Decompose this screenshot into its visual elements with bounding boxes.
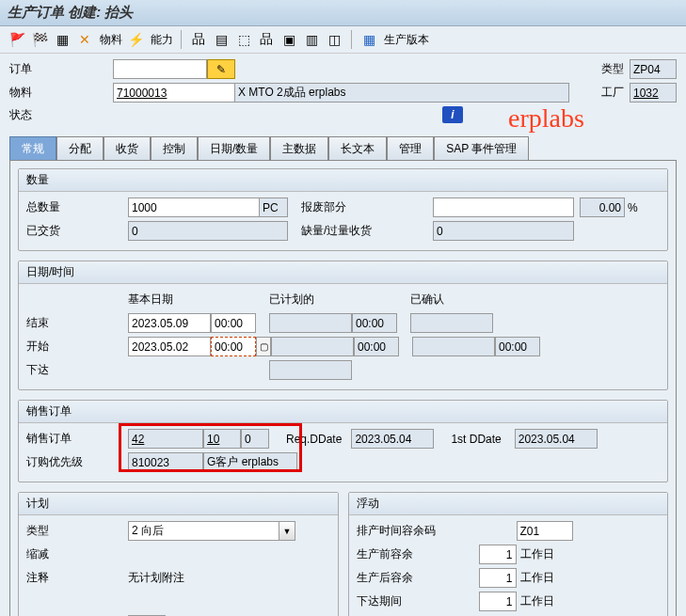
- col-plan: 已计划的: [269, 292, 410, 308]
- sales-group: 销售订单 销售订单 Req.DDate 1st DDate: [18, 400, 668, 482]
- wd2: 工作日: [520, 570, 554, 586]
- prodver-label[interactable]: 生产版本: [384, 32, 429, 48]
- plan-end-date: [269, 313, 352, 333]
- floatkey-field[interactable]: [517, 521, 573, 541]
- list-icon[interactable]: ▤: [212, 30, 231, 49]
- note-label: 注释: [26, 570, 128, 586]
- qty-group: 数量 总数量 报废部分 % 已交货 缺量/过量收货: [18, 168, 668, 251]
- so-sched-field[interactable]: [241, 429, 269, 449]
- start-time-field[interactable]: [211, 337, 256, 356]
- material-label2: 物料: [9, 85, 113, 101]
- info-icon[interactable]: i: [442, 106, 463, 123]
- plan-start-time: [354, 337, 399, 356]
- flag-icon[interactable]: 🚩: [8, 30, 26, 49]
- reqdate-label: Req.DDate: [286, 433, 342, 446]
- tab-control[interactable]: 控制: [151, 136, 198, 160]
- so-item-field[interactable]: [203, 429, 241, 449]
- tab-dates[interactable]: 日期/数量: [198, 136, 270, 160]
- scrap-label: 报废部分: [301, 199, 433, 215]
- flag2-icon[interactable]: 🏁: [30, 30, 49, 49]
- app-toolbar: 🚩 🏁 ▦ ✕ 物料 ⚡ 能力 品 ▤ ⬚ 品 ▣ ▥ ◫ ▦ 生产版本: [0, 26, 686, 54]
- firstdate-label: 1st DDate: [451, 433, 501, 446]
- release-label: 下达: [26, 362, 128, 378]
- type-field: [630, 59, 677, 79]
- tab-receipt[interactable]: 收货: [104, 136, 151, 160]
- col-basic: 基本日期: [128, 292, 269, 308]
- comp-icon[interactable]: ⬚: [234, 30, 253, 49]
- docs2-icon[interactable]: ▥: [302, 30, 321, 49]
- total-field[interactable]: [128, 197, 260, 217]
- before-label: 生产前容余: [357, 546, 479, 562]
- type-label: 类型: [601, 61, 624, 77]
- order-field[interactable]: [113, 59, 207, 79]
- status-label: 状态: [9, 107, 113, 123]
- end-time-field[interactable]: [211, 313, 256, 333]
- plant-label: 工厂: [601, 85, 624, 101]
- chevron-down-icon[interactable]: ▼: [279, 521, 295, 541]
- material-label[interactable]: 物料: [100, 32, 122, 48]
- tab-assign[interactable]: 分配: [56, 136, 104, 160]
- watermark: erplabs: [508, 103, 584, 134]
- hier-icon[interactable]: 品: [189, 30, 208, 49]
- note-val: 无计划附注: [128, 570, 184, 586]
- tab-general[interactable]: 常规: [9, 136, 56, 160]
- start-label: 开始: [26, 339, 128, 355]
- f4-icon[interactable]: ▢: [256, 337, 271, 356]
- total-label: 总数量: [26, 199, 128, 215]
- order-edit-button[interactable]: ✎: [207, 59, 235, 79]
- sales-title: 销售订单: [19, 401, 667, 423]
- grid2-icon[interactable]: ▦: [359, 30, 378, 49]
- rel-field[interactable]: [479, 592, 517, 611]
- plan-group: 计划 类型 ▼ 缩减 注释 无计划附注: [18, 492, 339, 616]
- so-label: 销售订单: [26, 431, 128, 447]
- tab-admin[interactable]: 管理: [387, 136, 434, 160]
- toolbar-sep: [181, 30, 182, 49]
- plan-start-date: [271, 337, 354, 356]
- conf-start-date: [412, 337, 495, 356]
- hier2-icon[interactable]: 品: [257, 30, 276, 49]
- after-field[interactable]: [479, 568, 517, 588]
- delivered-label: 已交货: [26, 223, 128, 239]
- tab-master[interactable]: 主数据: [270, 136, 328, 160]
- qty-title: 数量: [19, 169, 667, 192]
- docs-icon[interactable]: ▣: [279, 30, 298, 49]
- end-date-field[interactable]: [128, 313, 211, 333]
- floatkey-label: 排产时间容余码: [357, 523, 479, 539]
- capacity-label[interactable]: 能力: [151, 32, 173, 48]
- firstdate-field: [515, 429, 598, 449]
- tab-panel: 数量 总数量 报废部分 % 已交货 缺量/过量收货: [9, 161, 677, 616]
- tools-icon[interactable]: ✕: [75, 30, 94, 49]
- cust-field: [203, 452, 297, 472]
- prio-field: [128, 452, 203, 472]
- chart-icon[interactable]: ⚡: [126, 30, 145, 49]
- uom-field: [260, 197, 288, 217]
- plantype-field[interactable]: [128, 521, 279, 541]
- plantype-combo[interactable]: ▼: [128, 521, 295, 541]
- start-date-field[interactable]: [128, 337, 211, 356]
- conf-end-date: [410, 313, 493, 333]
- wd3: 工作日: [520, 593, 554, 609]
- short-field: [433, 221, 574, 241]
- delivered-field: [128, 221, 288, 241]
- before-field[interactable]: [479, 545, 517, 564]
- pct-label: %: [628, 201, 638, 214]
- scrap-field[interactable]: [433, 197, 574, 217]
- so-field[interactable]: [128, 429, 203, 449]
- cube-icon[interactable]: ◫: [325, 30, 343, 49]
- red-label: 缩减: [26, 546, 128, 562]
- tab-sapem[interactable]: SAP 事件管理: [434, 136, 529, 160]
- dates-title: 日期/时间: [19, 261, 667, 284]
- conf-start-time: [495, 337, 540, 356]
- after-label: 生产后容余: [357, 570, 479, 586]
- tab-longtext[interactable]: 长文本: [328, 136, 387, 160]
- material-field[interactable]: [113, 83, 235, 103]
- col-conf: 已确认: [410, 292, 504, 308]
- toolbar-sep2: [351, 30, 352, 49]
- rel-label: 下达期间: [357, 593, 479, 609]
- order-label: 订单: [9, 61, 113, 77]
- short-label: 缺量/过量收货: [301, 223, 433, 239]
- material-desc-field: [235, 83, 569, 103]
- grid-icon[interactable]: ▦: [53, 30, 72, 49]
- tabs: 常规 分配 收货 控制 日期/数量 主数据 长文本 管理 SAP 事件管理 数量…: [9, 136, 677, 616]
- plan-title: 计划: [19, 493, 338, 515]
